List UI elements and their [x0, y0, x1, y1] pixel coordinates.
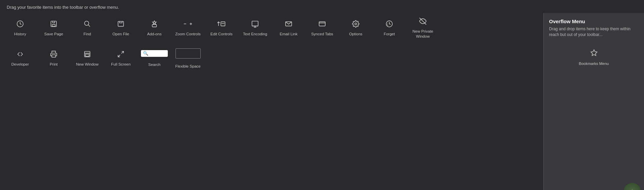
text-encoding-icon	[251, 20, 259, 29]
toolbar-item-new-window[interactable]: New Window	[70, 43, 104, 74]
flexible-space-icon	[176, 48, 201, 61]
svg-rect-2	[52, 24, 55, 26]
svg-line-4	[88, 25, 90, 27]
email-link-label: Email Link	[280, 32, 297, 37]
save-page-icon	[50, 20, 57, 29]
history-icon	[16, 20, 24, 29]
svg-rect-1	[51, 21, 57, 27]
text-encoding-label: Text Encoding	[243, 32, 267, 37]
overflow-description: Drag and drop items here to keep them wi…	[549, 26, 639, 38]
print-label: Print	[50, 62, 58, 67]
toolbar-item-zoom-controls[interactable]: Zoom Controls	[171, 13, 205, 43]
search-icon: 🔍	[141, 50, 168, 60]
overflow-item-bookmarks-menu[interactable]: Bookmarks Menu	[549, 44, 639, 71]
svg-marker-33	[591, 49, 597, 55]
svg-rect-6	[152, 24, 157, 27]
zoom-controls-icon	[183, 20, 193, 29]
svg-rect-11	[221, 22, 225, 26]
svg-rect-27	[52, 54, 56, 57]
options-label: Options	[349, 32, 362, 37]
developer-icon	[16, 50, 24, 59]
svg-rect-18	[319, 22, 325, 26]
svg-line-25	[21, 52, 23, 54]
new-window-label: New Window	[76, 62, 98, 67]
svg-rect-30	[86, 54, 89, 56]
add-ons-label: Add-ons	[147, 32, 162, 37]
developer-label: Developer	[11, 62, 29, 67]
email-link-icon	[285, 20, 292, 29]
toolbar-item-options[interactable]: Options	[339, 13, 373, 43]
toolbar-item-full-screen[interactable]: Full Screen	[104, 43, 138, 74]
toolbar-item-forget[interactable]: Forget	[373, 13, 406, 43]
options-icon	[352, 20, 359, 29]
new-window-icon	[84, 50, 91, 59]
svg-line-23	[18, 54, 20, 56]
zoom-controls-label: Zoom Controls	[175, 32, 200, 37]
watermark-logo: A	[624, 183, 641, 190]
svg-line-26	[21, 54, 23, 56]
edit-controls-label: Edit Controls	[210, 32, 233, 37]
synced-tabs-label: Synced Tabs	[311, 32, 333, 37]
bookmarks-menu-icon	[590, 49, 598, 59]
full-screen-icon	[117, 50, 125, 59]
forget-icon	[386, 20, 393, 29]
print-icon	[50, 50, 57, 59]
toolbar-item-save-page[interactable]: Save Page	[37, 13, 70, 43]
toolbar-item-add-ons[interactable]: Add-ons	[138, 13, 171, 43]
toolbar-item-new-private-window[interactable]: New Private Window	[406, 13, 440, 43]
svg-rect-5	[118, 21, 124, 26]
open-file-label: Open File	[112, 32, 129, 37]
toolbar-item-text-encoding[interactable]: Text Encoding	[238, 13, 272, 43]
forget-label: Forget	[384, 32, 395, 37]
svg-line-32	[118, 54, 120, 56]
watermark: A	[624, 183, 641, 190]
toolbar-item-edit-controls[interactable]: Edit Controls	[205, 13, 238, 43]
new-private-window-icon	[419, 17, 427, 26]
new-private-window-label: New Private Window	[408, 29, 438, 39]
flexible-space-label: Flexible Space	[175, 64, 200, 69]
toolbar-item-developer[interactable]: Developer	[3, 43, 37, 74]
svg-point-3	[85, 21, 89, 25]
svg-point-20	[355, 23, 357, 25]
toolbar-item-find[interactable]: Find	[70, 13, 104, 43]
drag-hint: Drag your favorite items into the toolba…	[0, 0, 644, 13]
svg-line-24	[18, 52, 20, 54]
find-icon	[84, 20, 91, 29]
overflow-panel: Overflow Menu Drag and drop items here t…	[543, 13, 644, 190]
toolbar-item-open-file[interactable]: Open File	[104, 13, 138, 43]
find-label: Find	[84, 32, 91, 37]
svg-line-31	[121, 51, 123, 53]
toolbar-item-synced-tabs[interactable]: Synced Tabs	[305, 13, 339, 43]
full-screen-label: Full Screen	[111, 62, 131, 67]
toolbar-item-print[interactable]: Print	[37, 43, 70, 74]
bookmarks-menu-label: Bookmarks Menu	[579, 61, 609, 66]
toolbar-item-search[interactable]: 🔍Search	[138, 43, 171, 74]
toolbar-item-email-link[interactable]: Email Link	[272, 13, 305, 43]
add-ons-icon	[151, 20, 158, 29]
svg-rect-13	[252, 21, 258, 26]
save-page-label: Save Page	[44, 32, 63, 37]
toolbar-item-history[interactable]: History	[3, 13, 37, 43]
overflow-title: Overflow Menu	[549, 18, 639, 24]
search-label: Search	[148, 62, 160, 67]
history-label: History	[14, 32, 26, 37]
open-file-icon	[117, 20, 125, 29]
synced-tabs-icon	[318, 20, 326, 29]
edit-controls-icon	[217, 20, 226, 29]
toolbar-item-flexible-space[interactable]: Flexible Space	[171, 43, 205, 74]
